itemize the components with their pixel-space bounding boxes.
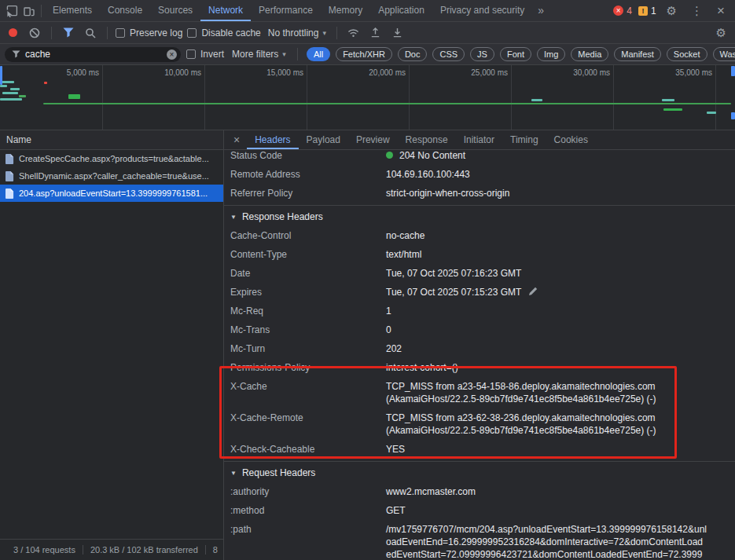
tab-headers[interactable]: Headers	[247, 130, 298, 149]
tab-elements[interactable]: Elements	[45, 0, 100, 21]
clear-filter-icon[interactable]: ×	[167, 49, 177, 60]
more-filters-label: More filters	[232, 49, 278, 60]
name-column-header[interactable]: Name	[0, 130, 223, 150]
section-title: Request Headers	[242, 467, 315, 478]
tab-timing[interactable]: Timing	[502, 130, 546, 149]
header-name: :method	[230, 504, 386, 517]
status-ok-icon	[386, 152, 393, 159]
tab-memory[interactable]: Memory	[321, 0, 370, 21]
divider	[107, 27, 108, 39]
request-name: 204.asp?unloadEventStart=13.399999976158…	[19, 188, 208, 198]
request-details-pane: × Headers Payload Preview Response Initi…	[224, 130, 735, 560]
request-headers-section[interactable]: ▼ Request Headers	[224, 461, 735, 482]
network-overview-timeline[interactable]: 5,000 ms 10,000 ms 15,000 ms 20,000 ms 2…	[0, 65, 735, 130]
close-details-icon[interactable]: ×	[224, 134, 247, 146]
kebab-menu-icon[interactable]: ⋮	[687, 4, 707, 18]
tab-network[interactable]: Network	[200, 0, 251, 21]
error-badge[interactable]: × 4	[613, 5, 632, 16]
tab-sources[interactable]: Sources	[150, 0, 200, 21]
search-icon[interactable]	[82, 24, 99, 42]
filter-funnel-icon	[12, 50, 20, 58]
device-toolbar-icon[interactable]	[20, 2, 38, 20]
tab-cookies[interactable]: Cookies	[546, 130, 596, 149]
warning-icon: !	[638, 6, 648, 16]
filter-chip-font[interactable]: Font	[500, 47, 531, 61]
header-value: strict-origin-when-cross-origin	[386, 187, 707, 199]
filter-chip-manifest[interactable]: Manifest	[614, 47, 661, 61]
tab-privacy-security[interactable]: Privacy and security	[432, 0, 532, 21]
timeline-gridline	[102, 65, 103, 130]
request-list-pane: Name CreateSpecCache.aspx?products=true&…	[0, 130, 224, 560]
disable-cache-label: Disable cache	[201, 27, 260, 38]
filter-chip-doc[interactable]: Doc	[398, 47, 428, 61]
filter-chip-css[interactable]: CSS	[432, 47, 465, 61]
request-row[interactable]: ShellDynamic.aspx?caller_cacheable=true&…	[0, 167, 223, 185]
filter-chip-all[interactable]: All	[307, 47, 330, 61]
header-value: GET	[386, 504, 707, 517]
header-name: :path	[230, 523, 386, 560]
request-name: ShellDynamic.aspx?caller_cacheable=true&…	[19, 171, 209, 181]
header-row: X-Check-Cacheable YES	[224, 440, 735, 459]
header-value: text/html	[386, 248, 707, 261]
filter-chip-js[interactable]: JS	[470, 47, 494, 61]
tab-payload[interactable]: Payload	[299, 130, 348, 149]
divider	[41, 5, 42, 17]
header-name: Date	[230, 267, 386, 280]
filter-chip-wasm[interactable]: Wasm	[713, 47, 735, 61]
filter-input[interactable]: cache ×	[5, 47, 181, 62]
export-har-icon[interactable]	[389, 24, 406, 42]
record-network-log-icon[interactable]	[9, 28, 17, 37]
header-value: 1	[386, 305, 707, 317]
disable-cache-checkbox[interactable]: Disable cache	[187, 27, 260, 38]
header-name: Mc-Req	[230, 305, 386, 317]
chevron-down-icon: ▾	[282, 50, 286, 58]
filter-text: cache	[25, 49, 162, 60]
more-filters-dropdown[interactable]: More filters ▾	[230, 49, 288, 60]
response-headers-section[interactable]: ▼ Response Headers	[224, 205, 735, 226]
header-value: 0	[386, 324, 707, 336]
timeline-gridline	[715, 65, 716, 130]
filter-chip-media[interactable]: Media	[571, 47, 608, 61]
request-row[interactable]: CreateSpecCache.aspx?products=true&actab…	[0, 150, 223, 167]
filter-icon[interactable]	[60, 24, 77, 42]
minimap-bar	[663, 108, 682, 111]
tab-application[interactable]: Application	[370, 0, 432, 21]
clear-network-log-icon[interactable]	[26, 24, 43, 42]
header-name: X-Cache-Remote	[230, 412, 386, 437]
tab-console[interactable]: Console	[100, 0, 150, 21]
filter-chip-img[interactable]: Img	[537, 47, 565, 61]
tab-performance[interactable]: Performance	[251, 0, 321, 21]
invert-label: Invert	[200, 49, 224, 60]
invert-checkbox[interactable]: Invert	[186, 49, 224, 60]
edit-pencil-icon[interactable]	[528, 287, 538, 296]
header-value: Tue, 07 Oct 2025 07:15:23 GMT	[386, 286, 707, 298]
minimap-bar	[0, 98, 22, 101]
section-title: Response Headers	[242, 211, 323, 222]
preserve-log-checkbox[interactable]: Preserve log	[116, 27, 182, 38]
warning-badge[interactable]: ! 1	[638, 5, 656, 16]
header-value: TCP_MISS from a23-54-158-86.deploy.akama…	[386, 380, 707, 405]
settings-gear-icon[interactable]: ⚙	[663, 4, 681, 18]
request-row-selected[interactable]: 204.asp?unloadEventStart=13.399999976158…	[0, 185, 223, 202]
tab-preview[interactable]: Preview	[348, 130, 398, 149]
divider	[297, 48, 298, 60]
tab-initiator[interactable]: Initiator	[456, 130, 502, 149]
more-panels-icon[interactable]: »	[532, 0, 549, 21]
header-name: X-Cache	[230, 380, 386, 405]
header-row: Expires Tue, 07 Oct 2025 07:15:23 GMT	[224, 283, 735, 302]
throttling-dropdown[interactable]: No throttling ▾	[266, 27, 329, 38]
header-row: Cache-Control no-cache	[224, 226, 735, 245]
network-settings-gear-icon[interactable]: ⚙	[712, 26, 730, 40]
filter-chip-socket[interactable]: Socket	[667, 47, 707, 61]
header-row: :path /mv1759776707/mcm/204.asp?unloadEv…	[224, 520, 735, 560]
tab-response[interactable]: Response	[398, 130, 456, 149]
inspect-element-icon[interactable]	[3, 2, 20, 20]
transferred-size: 20.3 kB / 102 kB transferred	[83, 545, 205, 555]
header-name: Mc-Turn	[230, 342, 386, 355]
minimap-bar	[531, 99, 542, 101]
filter-chip-fetch-xhr[interactable]: Fetch/XHR	[336, 47, 392, 61]
header-value: 204 No Content	[386, 151, 707, 162]
network-conditions-icon[interactable]	[345, 24, 362, 42]
close-devtools-icon[interactable]: ×	[713, 3, 729, 19]
import-har-icon[interactable]	[367, 24, 384, 42]
